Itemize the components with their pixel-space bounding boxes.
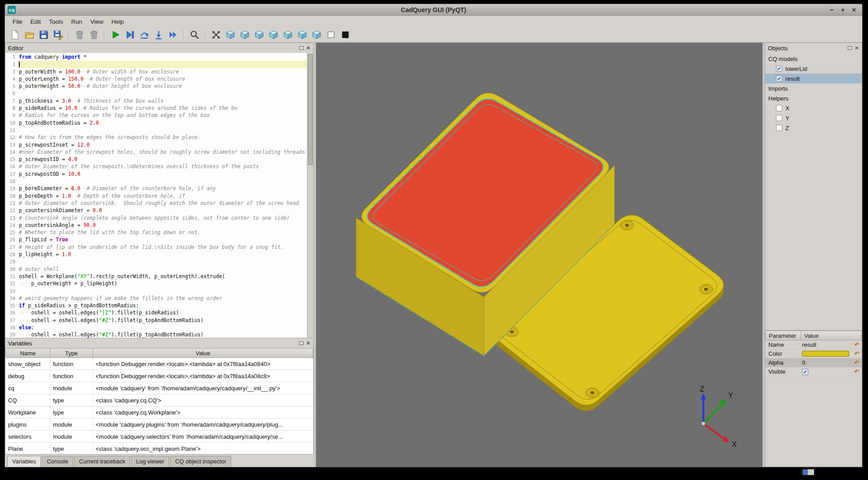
tree-group-cq-models[interactable]: CQ models xyxy=(765,54,862,64)
table-row[interactable]: cqmodule<module 'cadquery' from '/home/a… xyxy=(5,382,313,394)
code-line: 1from cadquery import * xyxy=(5,53,307,61)
editor-code-lines[interactable]: 1from cadquery import *23p_outerWidth = … xyxy=(5,53,307,338)
view-back-button[interactable] xyxy=(252,28,266,42)
checkbox-lowerlid[interactable]: ✔ xyxy=(776,65,782,72)
menu-help[interactable]: Help xyxy=(107,17,128,26)
table-row[interactable]: debugfunction<function Debugger.render.<… xyxy=(5,370,313,382)
save-file-button[interactable] xyxy=(37,28,50,42)
close-button[interactable]: × xyxy=(852,6,856,13)
editor-float-icon[interactable] xyxy=(299,46,303,50)
table-row[interactable]: CQtype<class 'cadquery.cq.CQ'> xyxy=(5,394,313,406)
view-left-button[interactable] xyxy=(267,28,280,42)
toolbar-separator xyxy=(205,30,206,40)
editor-scrollbar-thumb[interactable] xyxy=(308,54,313,165)
shaded-mode-button[interactable] xyxy=(338,28,352,42)
objects-float-icon[interactable] xyxy=(848,46,852,50)
open-file-button[interactable] xyxy=(22,28,36,42)
variables-panel: Variables ✕ NameTypeValue show_objectfun… xyxy=(5,338,314,454)
code-line: 10p_topAndBottomRadius = 2.0 xyxy=(5,119,307,127)
viewport-3d[interactable]: Z Y X xyxy=(316,43,763,467)
view-top-icon xyxy=(297,30,307,40)
checkbox-x[interactable] xyxy=(776,105,782,111)
wireframe-mode-button[interactable] xyxy=(324,28,338,42)
tree-item-z[interactable]: Z xyxy=(765,123,862,133)
tree-item-result[interactable]: ✔result xyxy=(765,74,862,83)
continue-run-button[interactable] xyxy=(166,28,180,42)
param-row-visible[interactable]: Visible✔↶ xyxy=(765,367,862,376)
params-col-header-value[interactable]: Value xyxy=(801,331,862,340)
tree-item-lowerlid[interactable]: ✔lowerLid xyxy=(765,64,862,74)
maximize-button[interactable]: + xyxy=(841,6,845,13)
save-as-button[interactable] xyxy=(51,28,65,42)
view-front-button[interactable] xyxy=(238,28,251,42)
variables-col-header-type[interactable]: Type xyxy=(50,348,93,358)
view-top-button[interactable] xyxy=(295,28,309,42)
param-row-color[interactable]: Color↶ xyxy=(765,349,862,358)
editor-close-icon[interactable]: ✕ xyxy=(306,45,311,51)
tab-current-traceback[interactable]: Current traceback xyxy=(74,456,130,467)
axes-triad: Z Y X xyxy=(700,385,736,448)
code-line: 7p_thickness = 3.0··# Thickness of the b… xyxy=(5,97,307,105)
run-script-button[interactable] xyxy=(109,28,122,42)
tab-variables[interactable]: Variables xyxy=(7,456,41,467)
variables-float-icon[interactable] xyxy=(299,341,303,345)
tree-item-y[interactable]: Y xyxy=(765,113,862,123)
delete-object-button[interactable] xyxy=(87,28,101,42)
tree-group-imports[interactable]: Imports xyxy=(765,83,862,93)
editor-code[interactable]: 1from cadquery import *23p_outerWidth = … xyxy=(5,53,313,338)
variables-col-header-value[interactable]: Value xyxy=(93,348,313,358)
viewport-scene[interactable]: Z Y X xyxy=(316,43,763,467)
param-value-visible[interactable]: ✔ xyxy=(801,369,852,375)
table-row[interactable]: show_objectfunction<function Debugger.re… xyxy=(5,358,313,370)
param-value-alpha[interactable]: 0 xyxy=(801,359,852,366)
checkbox-z[interactable] xyxy=(776,125,782,131)
param-row-alpha[interactable]: Alpha0↶ xyxy=(765,358,862,367)
param-row-name[interactable]: Nameresult↶ xyxy=(765,340,862,349)
fit-view-button[interactable] xyxy=(209,28,223,42)
editor-scrollbar[interactable] xyxy=(307,53,313,338)
line-number: 8 xyxy=(5,105,19,112)
step-into-button[interactable] xyxy=(152,28,165,42)
tab-cq-object-inspector[interactable]: CQ object inspector xyxy=(170,456,231,467)
table-row[interactable]: pluginsmodule<module 'cadquery.plugins' … xyxy=(5,419,313,431)
menu-run[interactable]: Run xyxy=(67,17,87,26)
debug-script-button[interactable] xyxy=(123,28,136,42)
checkbox-result[interactable]: ✔ xyxy=(776,75,782,82)
menu-edit[interactable]: Edit xyxy=(26,17,45,26)
reset-button[interactable]: ↶ xyxy=(852,350,862,357)
color-swatch[interactable] xyxy=(802,351,849,357)
menu-tools[interactable]: Tools xyxy=(45,17,67,26)
params-col-header-parameter[interactable]: Parameter xyxy=(765,331,801,340)
table-row[interactable]: Planetype<class 'cadquery.occ_impl.geom.… xyxy=(5,443,313,454)
menu-file[interactable]: File xyxy=(9,17,26,26)
visible-checkbox[interactable]: ✔ xyxy=(802,369,808,375)
clear-objects-button[interactable] xyxy=(73,28,86,42)
view-axonometric-button[interactable] xyxy=(224,28,237,42)
view-right-button[interactable] xyxy=(281,28,294,42)
reset-button[interactable]: ↶ xyxy=(852,341,862,348)
tree-item-x[interactable]: X xyxy=(765,103,862,113)
menu-view[interactable]: View xyxy=(86,17,107,26)
reset-button[interactable]: ↶ xyxy=(852,368,862,375)
step-over-button[interactable] xyxy=(137,28,151,42)
tab-console[interactable]: Console xyxy=(42,456,73,467)
table-row[interactable]: selectorsmodule<module 'cadquery.selecto… xyxy=(5,431,313,443)
line-number: 30 xyxy=(5,266,19,273)
new-file-button[interactable] xyxy=(8,28,22,42)
checkbox-y[interactable] xyxy=(776,115,782,121)
param-value-color[interactable] xyxy=(801,351,852,357)
code-line: 37····oshell = oshell.edges("#Z").fillet… xyxy=(5,317,307,324)
zoom-button[interactable] xyxy=(188,28,201,42)
param-value-name[interactable]: result xyxy=(801,341,852,348)
reset-button[interactable]: ↶ xyxy=(852,359,862,366)
tree-group-helpers[interactable]: Helpers xyxy=(765,93,862,103)
objects-close-icon[interactable]: ✕ xyxy=(855,45,859,51)
table-row[interactable]: Workplanetype<class 'cadquery.cq.Workpla… xyxy=(5,406,313,419)
minimize-button[interactable]: − xyxy=(830,6,834,13)
code-line: 33 xyxy=(5,288,307,295)
tab-log-viewer[interactable]: Log viewer xyxy=(131,456,169,467)
variables-col-header-name[interactable]: Name xyxy=(5,348,50,358)
variables-close-icon[interactable]: ✕ xyxy=(306,340,311,346)
view-bottom-button[interactable] xyxy=(310,28,323,42)
titlebar[interactable]: cq CadQuery GUI (PyQT) − + × xyxy=(5,4,862,16)
